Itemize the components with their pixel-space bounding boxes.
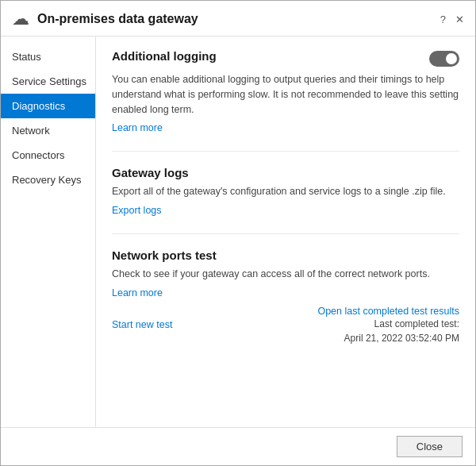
network-ports-test-section: Network ports test Check to see if your … (112, 248, 459, 345)
last-completed-label: Last completed test: (317, 317, 459, 331)
gateway-icon: ☁ (12, 9, 29, 29)
gateway-logs-desc: Export all of the gateway's configuratio… (112, 184, 459, 199)
learn-more-network-link[interactable]: Learn more (112, 287, 163, 298)
sidebar-item-connectors[interactable]: Connectors (1, 143, 95, 168)
help-button[interactable]: ? (440, 13, 446, 25)
additional-logging-header-row: Additional logging (112, 49, 459, 67)
sidebar-item-recovery-keys[interactable]: Recovery Keys (1, 168, 95, 192)
last-completed-and-link: Open last completed test results Last co… (317, 305, 459, 345)
close-title-button[interactable]: ✕ (455, 13, 464, 25)
main-content: Status Service Settings Diagnostics Netw… (1, 37, 475, 427)
title-left: ☁ On-premises data gateway (12, 9, 198, 29)
title-bar: ☁ On-premises data gateway ? ✕ (1, 1, 475, 37)
sidebar-item-network[interactable]: Network (1, 118, 95, 143)
last-completed-value: April 21, 2022 03:52:40 PM (317, 331, 459, 345)
last-completed-block: Last completed test: April 21, 2022 03:5… (317, 317, 459, 345)
export-logs-link[interactable]: Export logs (112, 205, 162, 216)
close-button[interactable]: Close (397, 436, 463, 457)
additional-logging-desc: You can enable additional logging to out… (112, 72, 459, 117)
title-controls: ? ✕ (440, 13, 464, 25)
learn-more-logging-link[interactable]: Learn more (112, 122, 163, 133)
divider-1 (112, 151, 459, 152)
open-last-results-link[interactable]: Open last completed test results (317, 306, 459, 317)
network-ports-test-title: Network ports test (112, 248, 459, 262)
additional-logging-title: Additional logging (112, 49, 217, 63)
gateway-logs-title: Gateway logs (112, 166, 459, 179)
footer: Close (1, 427, 475, 465)
network-ports-test-desc: Check to see if your gateway can access … (112, 267, 459, 282)
divider-2 (112, 233, 459, 234)
sidebar-item-diagnostics[interactable]: Diagnostics (1, 94, 95, 118)
test-row: Start new test Open last completed test … (112, 305, 459, 345)
start-new-test-link[interactable]: Start new test (112, 319, 172, 330)
gateway-logs-section: Gateway logs Export all of the gateway's… (112, 166, 459, 216)
content-area: Additional logging You can enable additi… (96, 37, 475, 427)
sidebar: Status Service Settings Diagnostics Netw… (1, 37, 96, 427)
sidebar-item-status[interactable]: Status (1, 44, 95, 69)
dialog-title: On-premises data gateway (37, 12, 198, 26)
additional-logging-section: Additional logging You can enable additi… (112, 49, 459, 133)
sidebar-item-service-settings[interactable]: Service Settings (1, 69, 95, 94)
additional-logging-toggle[interactable] (429, 51, 459, 67)
